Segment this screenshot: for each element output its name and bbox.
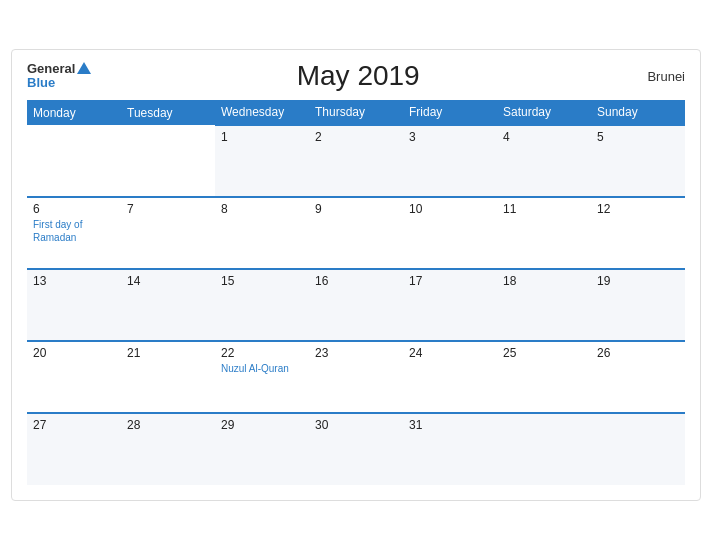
calendar-day-cell: 17 <box>403 269 497 341</box>
day-number: 23 <box>315 346 397 360</box>
calendar-day-cell: 5 <box>591 125 685 197</box>
calendar-day-cell: 28 <box>121 413 215 485</box>
calendar-day-cell: 2 <box>309 125 403 197</box>
day-number: 30 <box>315 418 397 432</box>
day-number: 31 <box>409 418 491 432</box>
day-number: 11 <box>503 202 585 216</box>
day-number: 3 <box>409 130 491 144</box>
day-number: 14 <box>127 274 209 288</box>
calendar-day-cell: 26 <box>591 341 685 413</box>
day-number: 9 <box>315 202 397 216</box>
calendar-day-cell: 8 <box>215 197 309 269</box>
day-number: 26 <box>597 346 679 360</box>
calendar-week-row: 12345 <box>27 125 685 197</box>
calendar-day-cell: 14 <box>121 269 215 341</box>
calendar-day-cell: 31 <box>403 413 497 485</box>
weekday-wednesday: Wednesday <box>215 100 309 125</box>
calendar-day-cell: 27 <box>27 413 121 485</box>
day-number: 12 <box>597 202 679 216</box>
day-number: 18 <box>503 274 585 288</box>
calendar-week-row: 2728293031 <box>27 413 685 485</box>
day-number: 2 <box>315 130 397 144</box>
calendar-week-row: 202122Nuzul Al-Quran23242526 <box>27 341 685 413</box>
calendar-week-row: 13141516171819 <box>27 269 685 341</box>
weekday-header-row: Monday Tuesday Wednesday Thursday Friday… <box>27 100 685 125</box>
calendar-day-cell: 30 <box>309 413 403 485</box>
calendar-day-cell: 25 <box>497 341 591 413</box>
calendar-day-cell <box>497 413 591 485</box>
weekday-saturday: Saturday <box>497 100 591 125</box>
day-number: 17 <box>409 274 491 288</box>
day-number: 8 <box>221 202 303 216</box>
day-number: 25 <box>503 346 585 360</box>
day-number: 10 <box>409 202 491 216</box>
weekday-tuesday: Tuesday <box>121 100 215 125</box>
calendar-day-cell: 16 <box>309 269 403 341</box>
weekday-friday: Friday <box>403 100 497 125</box>
day-number: 5 <box>597 130 679 144</box>
calendar-day-cell <box>27 125 121 197</box>
country-label: Brunei <box>625 69 685 84</box>
logo: General Blue <box>27 62 91 91</box>
day-number: 20 <box>33 346 115 360</box>
day-number: 16 <box>315 274 397 288</box>
calendar-day-cell: 21 <box>121 341 215 413</box>
calendar-day-cell: 11 <box>497 197 591 269</box>
calendar-week-row: 6First day of Ramadan789101112 <box>27 197 685 269</box>
day-number: 24 <box>409 346 491 360</box>
calendar-day-cell <box>121 125 215 197</box>
day-number: 28 <box>127 418 209 432</box>
calendar-grid: Monday Tuesday Wednesday Thursday Friday… <box>27 100 685 485</box>
weekday-sunday: Sunday <box>591 100 685 125</box>
calendar-day-cell: 15 <box>215 269 309 341</box>
calendar-day-cell <box>591 413 685 485</box>
calendar-day-cell: 10 <box>403 197 497 269</box>
calendar-day-cell: 6First day of Ramadan <box>27 197 121 269</box>
event-label: Nuzul Al-Quran <box>221 362 303 375</box>
calendar-title: May 2019 <box>91 60 625 92</box>
calendar-day-cell: 13 <box>27 269 121 341</box>
logo-general-text: General <box>27 62 75 76</box>
calendar-day-cell: 7 <box>121 197 215 269</box>
logo-blue-text: Blue <box>27 76 55 90</box>
day-number: 13 <box>33 274 115 288</box>
calendar-day-cell: 20 <box>27 341 121 413</box>
day-number: 1 <box>221 130 303 144</box>
day-number: 21 <box>127 346 209 360</box>
weekday-monday: Monday <box>27 100 121 125</box>
calendar-day-cell: 22Nuzul Al-Quran <box>215 341 309 413</box>
day-number: 29 <box>221 418 303 432</box>
calendar-day-cell: 12 <box>591 197 685 269</box>
day-number: 7 <box>127 202 209 216</box>
calendar-day-cell: 23 <box>309 341 403 413</box>
day-number: 4 <box>503 130 585 144</box>
calendar-day-cell: 18 <box>497 269 591 341</box>
day-number: 19 <box>597 274 679 288</box>
calendar-day-cell: 29 <box>215 413 309 485</box>
day-number: 22 <box>221 346 303 360</box>
calendar-day-cell: 1 <box>215 125 309 197</box>
calendar-container: General Blue May 2019 Brunei Monday Tues… <box>11 49 701 501</box>
day-number: 27 <box>33 418 115 432</box>
calendar-header: General Blue May 2019 Brunei <box>27 60 685 92</box>
weekday-thursday: Thursday <box>309 100 403 125</box>
calendar-day-cell: 19 <box>591 269 685 341</box>
event-label: First day of Ramadan <box>33 218 115 244</box>
calendar-day-cell: 24 <box>403 341 497 413</box>
calendar-day-cell: 9 <box>309 197 403 269</box>
day-number: 15 <box>221 274 303 288</box>
calendar-day-cell: 4 <box>497 125 591 197</box>
day-number: 6 <box>33 202 115 216</box>
calendar-day-cell: 3 <box>403 125 497 197</box>
logo-triangle-icon <box>77 62 91 74</box>
